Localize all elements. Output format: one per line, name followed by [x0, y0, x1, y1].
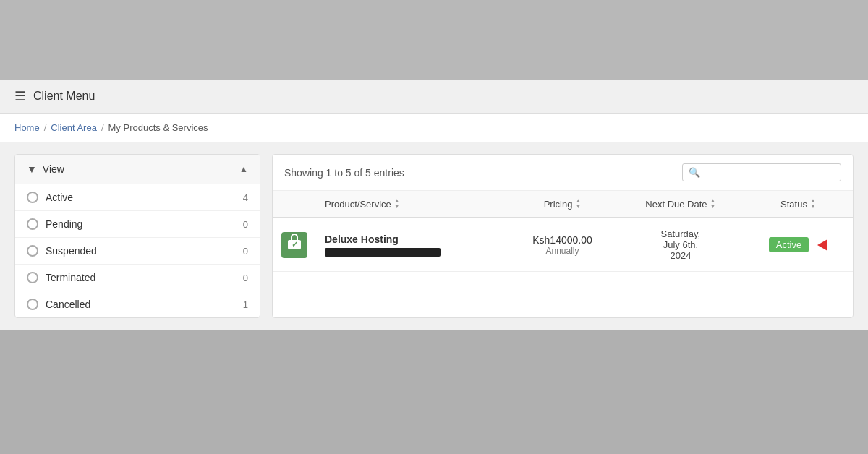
filter-header-left: ▼ View — [27, 163, 64, 175]
breadcrumb-home[interactable]: Home — [14, 122, 40, 133]
filter-label-terminated: Terminated — [46, 272, 243, 283]
filter-radio-active — [27, 192, 38, 203]
row-icon-cell: ✓ — [273, 218, 316, 272]
row-status-cell: Active — [744, 218, 853, 272]
filter-label-cancelled: Cancelled — [46, 299, 243, 310]
lock-icon: ✓ — [281, 232, 307, 258]
filter-item-pending[interactable]: Pending 0 — [15, 211, 260, 238]
th-product[interactable]: Product/Service ▲ ▼ — [316, 191, 507, 218]
filter-label-active: Active — [46, 192, 243, 203]
th-duedate[interactable]: Next Due Date ▲ ▼ — [618, 191, 744, 218]
breadcrumb-current: My Products & Services — [109, 122, 208, 133]
table-header: Product/Service ▲ ▼ Pricing — [273, 191, 853, 218]
filter-item-terminated[interactable]: Terminated 0 — [15, 265, 260, 291]
arrow-indicator — [817, 239, 827, 251]
search-input[interactable] — [705, 167, 835, 178]
filter-count-terminated: 0 — [243, 273, 248, 283]
filter-item-cancelled[interactable]: Cancelled 1 — [15, 291, 260, 317]
th-duedate-label: Next Due Date — [645, 199, 707, 210]
filter-radio-pending — [27, 218, 38, 230]
table-body: ✓ Deluxe Hosting Ksh14000.00 Annually — [273, 218, 853, 272]
th-icon — [273, 191, 316, 218]
th-pricing[interactable]: Pricing ▲ ▼ — [507, 191, 618, 218]
filter-item-suspended[interactable]: Suspended 0 — [15, 238, 260, 265]
th-pricing-sort: ▲ ▼ — [575, 198, 581, 210]
filter-label-suspended: Suspended — [46, 245, 243, 257]
search-icon: 🔍 — [689, 167, 700, 178]
products-toolbar: Showing 1 to 5 of 5 entries 🔍 — [273, 155, 853, 191]
breadcrumb-sep-1: / — [44, 122, 47, 133]
breadcrumb-sep-2: / — [101, 122, 104, 133]
filter-count-cancelled: 1 — [243, 299, 248, 310]
product-name: Deluxe Hosting — [325, 234, 498, 245]
products-table: Product/Service ▲ ▼ Pricing — [273, 191, 853, 272]
filter-radio-suspended — [27, 245, 38, 257]
filter-panel: ▼ View ▲ Active 4 Pending 0 Suspended 0 — [14, 154, 260, 318]
th-status-label: Status — [780, 199, 807, 210]
filter-label-pending: Pending — [46, 218, 243, 230]
product-subtext — [325, 248, 441, 257]
pricing-amount: Ksh14000.00 — [516, 234, 609, 246]
table-row: ✓ Deluxe Hosting Ksh14000.00 Annually — [273, 218, 853, 272]
status-badge[interactable]: Active — [769, 237, 809, 252]
main-content: ▼ View ▲ Active 4 Pending 0 Suspended 0 — [0, 142, 868, 330]
th-product-sort: ▲ ▼ — [394, 198, 400, 210]
due-date-text: Saturday, July 6th, 2024 — [626, 228, 735, 261]
filter-icon: ▼ — [27, 163, 37, 175]
pricing-period: Annually — [516, 246, 609, 256]
filter-radio-terminated — [27, 272, 38, 283]
th-status-sort: ▲ ▼ — [810, 198, 816, 210]
th-status[interactable]: Status ▲ ▼ — [744, 191, 853, 218]
breadcrumb-client-area[interactable]: Client Area — [51, 122, 97, 133]
breadcrumb: Home / Client Area / My Products & Servi… — [0, 113, 868, 142]
products-panel: Showing 1 to 5 of 5 entries 🔍 Product/Se… — [272, 154, 854, 318]
row-product-cell[interactable]: Deluxe Hosting — [316, 218, 507, 272]
bottom-gray-bar — [0, 330, 868, 373]
filter-count-suspended: 0 — [243, 246, 248, 257]
top-gray-bar — [0, 0, 868, 80]
th-duedate-sort: ▲ ▼ — [710, 198, 716, 210]
hamburger-icon[interactable]: ☰ — [14, 88, 26, 104]
due-date-line3: 2024 — [670, 250, 691, 261]
th-pricing-label: Pricing — [544, 199, 573, 210]
due-date-line2: July 6th, — [663, 239, 698, 250]
check-mark-icon: ✓ — [292, 240, 298, 249]
filter-chevron-icon: ▲ — [239, 164, 248, 174]
filter-count-active: 4 — [243, 192, 248, 203]
table-header-row: Product/Service ▲ ▼ Pricing — [273, 191, 853, 218]
due-date-line1: Saturday, — [661, 228, 701, 239]
header-bar: ☰ Client Menu — [0, 80, 868, 113]
lock-body: ✓ — [288, 240, 301, 249]
search-box[interactable]: 🔍 — [682, 163, 841, 181]
filter-item-active[interactable]: Active 4 — [15, 184, 260, 211]
client-menu-label: Client Menu — [33, 90, 95, 103]
filter-header[interactable]: ▼ View ▲ — [15, 155, 260, 184]
filter-radio-cancelled — [27, 299, 38, 310]
entries-info: Showing 1 to 5 of 5 entries — [284, 167, 404, 179]
row-duedate-cell: Saturday, July 6th, 2024 — [618, 218, 744, 272]
th-product-label: Product/Service — [325, 199, 391, 210]
filter-title: View — [43, 163, 64, 175]
content-wrapper: Home / Client Area / My Products & Servi… — [0, 113, 868, 330]
row-pricing-cell: Ksh14000.00 Annually — [507, 218, 618, 272]
filter-count-pending: 0 — [243, 219, 248, 230]
